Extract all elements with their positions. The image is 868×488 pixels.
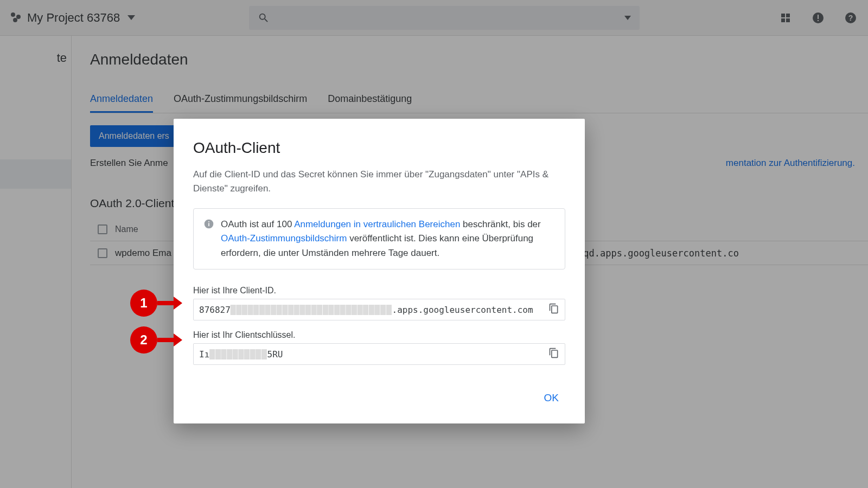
arrow-right-icon xyxy=(174,333,182,346)
info-icon xyxy=(203,219,214,260)
modal-title: OAuth-Client xyxy=(193,139,565,157)
svg-rect-6 xyxy=(208,223,209,226)
annotation-badge: 1 xyxy=(130,290,157,317)
copy-icon[interactable] xyxy=(544,303,559,316)
annotation-marker-2: 2 xyxy=(130,326,182,354)
annotation-marker-1: 1 xyxy=(130,290,182,317)
sensitive-scopes-link[interactable]: Anmeldungen in vertraulichen Bereichen xyxy=(294,219,460,229)
info-notice: OAuth ist auf 100 Anmeldungen in vertrau… xyxy=(193,208,565,269)
client-id-field: 876827████████████████████████████.apps.… xyxy=(193,299,565,320)
oauth-client-modal: OAuth-Client Auf die Client-ID und das S… xyxy=(174,119,585,423)
arrow-right-icon xyxy=(174,297,182,310)
client-secret-field: Iı██████████5RU xyxy=(193,343,565,365)
modal-subtitle: Auf die Client-ID und das Secret können … xyxy=(193,168,565,195)
client-id-value[interactable]: 876827████████████████████████████.apps.… xyxy=(199,305,544,315)
copy-icon[interactable] xyxy=(544,348,559,361)
client-id-label: Hier ist Ihre Client-ID. xyxy=(193,286,565,296)
svg-rect-7 xyxy=(208,221,209,222)
client-secret-label: Hier ist Ihr Clientschlüssel. xyxy=(193,330,565,340)
client-secret-value[interactable]: Iı██████████5RU xyxy=(199,349,544,359)
ok-button[interactable]: OK xyxy=(538,388,565,408)
notice-text: OAuth ist auf 100 Anmeldungen in vertrau… xyxy=(221,217,555,260)
annotation-badge: 2 xyxy=(130,326,157,354)
consent-screen-link[interactable]: OAuth-Zustimmungsbildschirm xyxy=(221,233,347,243)
